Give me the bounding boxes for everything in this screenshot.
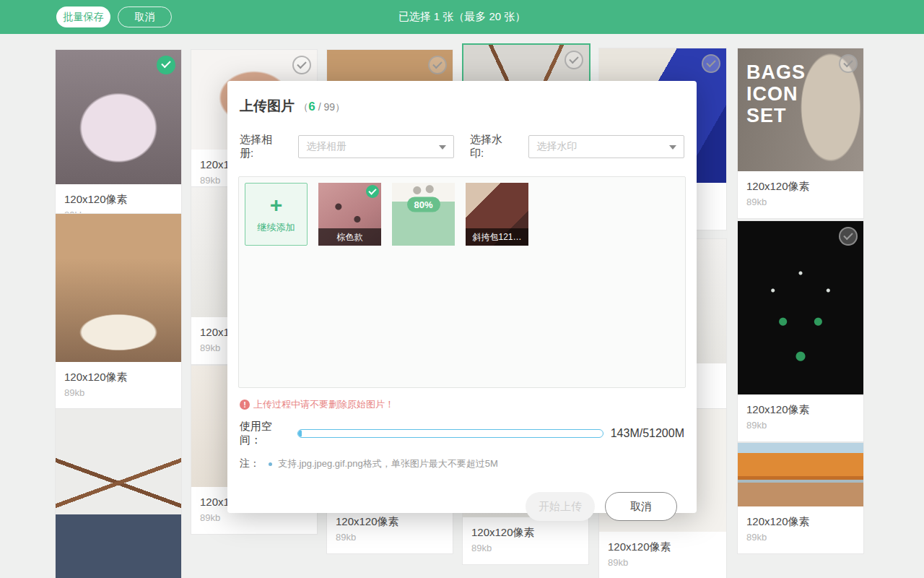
gallery-card[interactable]: 120x120像素 89kb [737,220,864,442]
upload-queue-area: + 继续添加 棕色款 80% 斜挎包121… [238,176,686,388]
unselected-check-icon[interactable] [428,56,447,74]
upload-counter: （6 / 99） [298,101,345,113]
header-bar: 批量保存 取消 已选择 1 张（最多 20 张） [0,0,924,34]
image-size-label: 120x120像素 [746,179,855,194]
gallery-card[interactable]: 120x120像素 89kb [55,213,182,410]
storage-progress-fill [298,430,302,437]
note-label: 注： [240,457,260,470]
image-weight-label: 89kb [746,531,855,544]
product-image [56,214,181,362]
gallery-card[interactable]: 120x120像素 89kb [55,49,182,232]
warning-text: 上传过程中请不要删除原始图片！ [253,398,394,411]
note-row: 注： 支持.jpg.jpeg.gif.png格式，单张图片最大不要超过5M [240,457,684,470]
selected-check-icon[interactable] [157,56,175,74]
unselected-check-icon[interactable] [292,56,311,74]
album-select[interactable]: 选择相册 [298,135,454,158]
album-placeholder: 选择相册 [306,140,346,153]
upload-warning: 上传过程中请不要删除原始图片！ [240,398,684,411]
image-size-label: 120x120像素 [471,525,580,540]
storage-label: 使用空间： [240,420,293,447]
start-upload-button[interactable]: 开始上传 [526,492,595,521]
uploaded-check-icon [366,185,379,198]
bags-icon-set-caption: BAGS ICON SET [746,61,806,127]
upload-thumb-uploading[interactable]: 80% [392,183,455,246]
dialog-cancel-button[interactable]: 取消 [605,492,677,521]
album-label: 选择相册: [240,133,282,160]
image-weight-label: 89kb [471,542,580,555]
gallery-card[interactable]: BAGS ICON SET 120x120像素 89kb [737,48,864,219]
image-size-label: 120x120像素 [608,540,718,554]
product-image [56,409,181,578]
image-weight-label: 89kb [608,556,718,569]
image-size-label: 120x120像素 [746,514,855,529]
storage-progress-bar [297,429,603,438]
dialog-title: 上传图片 [240,98,295,113]
bullet-dot-icon [269,462,272,466]
upload-thumb[interactable]: 斜挎包121… [466,183,528,246]
chevron-down-icon [669,145,676,150]
counter-current: 6 [308,100,315,113]
counter-total: 99 [323,101,335,113]
gallery-card[interactable]: 120x120像素 89kb [737,442,864,554]
product-image [56,50,181,184]
plus-icon: + [270,195,283,215]
storage-value: 143M/51200M [611,427,684,440]
select-row: 选择相册: 选择相册 选择水印: 选择水印 [240,133,684,160]
add-more-label: 继续添加 [258,221,295,234]
image-weight-label: 89kb [746,419,855,432]
storage-row: 使用空间： 143M/51200M [240,420,684,447]
upload-progress-badge: 80% [406,197,440,212]
watermark-placeholder: 选择水印 [536,140,577,153]
product-image [738,443,863,506]
product-image: BAGS ICON SET [738,48,863,171]
note-text: 支持.jpg.jpeg.gif.png格式，单张图片最大不要超过5M [278,457,498,470]
unselected-check-icon[interactable] [702,54,720,73]
watermark-label: 选择水印: [470,133,513,160]
upload-dialog: 上传图片 （6 / 99） 选择相册: 选择相册 选择水印: 选择水印 + 继续… [227,81,697,513]
image-size-label: 120x120像素 [746,402,855,417]
dialog-title-row: 上传图片 （6 / 99） [240,97,684,116]
unselected-check-icon[interactable] [839,54,858,73]
image-size-label: 120x120像素 [64,192,173,207]
gallery-card[interactable] [55,408,182,578]
image-weight-label: 89kb [64,387,173,400]
image-weight-label: 89kb [746,196,855,209]
chevron-down-icon [439,145,446,150]
dialog-actions: 开始上传 取消 [247,492,677,521]
image-weight-label: 89kb [336,531,444,544]
watermark-select[interactable]: 选择水印 [528,135,684,158]
upload-thumb[interactable]: 棕色款 [318,183,381,246]
product-image [738,221,863,394]
warning-icon [240,400,250,410]
image-size-label: 120x120像素 [64,370,173,384]
unselected-check-icon[interactable] [839,227,858,246]
upload-thumb-name: 棕色款 [318,228,381,246]
unselected-check-icon[interactable] [565,51,583,69]
add-more-button[interactable]: + 继续添加 [245,183,308,246]
selection-status: 已选择 1 张（最多 20 张） [0,10,924,24]
upload-thumb-name: 斜挎包121… [466,228,528,246]
